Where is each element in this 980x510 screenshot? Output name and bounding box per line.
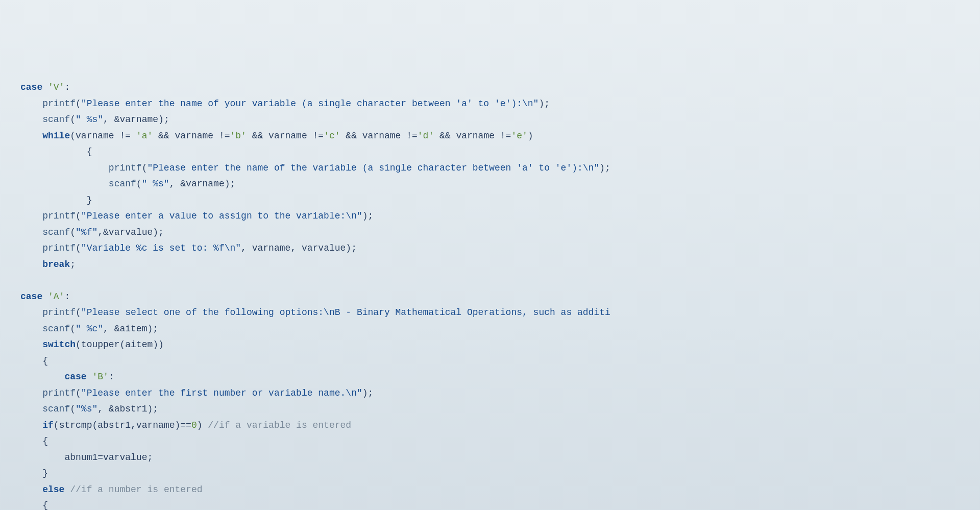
cond-part: && varname != [340, 131, 418, 141]
space [64, 484, 70, 495]
keyword-case: case [20, 82, 42, 92]
char-literal: 'B' [92, 372, 108, 382]
stmt-rest: , &varname); [169, 179, 236, 189]
paren: ( [70, 404, 76, 414]
keyword-case: case [20, 292, 42, 302]
char-literal: 'a' [136, 131, 153, 141]
brace-open: { [42, 436, 48, 446]
comment: //if a number is entered [70, 484, 202, 495]
fn-scanf: scanf [42, 324, 70, 334]
stmt-end: ); [362, 388, 374, 398]
brace-open: { [87, 147, 92, 157]
colon: : [64, 292, 70, 302]
fn-printf: printf [42, 307, 76, 318]
keyword-else: else [42, 484, 64, 495]
paren: ( [76, 307, 81, 318]
char-literal: 'A' [48, 292, 64, 302]
brace-open: { [42, 500, 48, 510]
string-literal: " %c" [76, 324, 103, 334]
fn-scanf: scanf [42, 404, 70, 414]
paren: ( [76, 388, 81, 398]
char-literal: 'b' [230, 131, 247, 141]
paren: ( [142, 163, 148, 173]
keyword-while: while [42, 131, 70, 141]
stmt-end: ); [362, 211, 374, 221]
paren: ( [76, 243, 81, 253]
colon: : [64, 82, 70, 92]
char-literal: 'e' [511, 131, 527, 141]
string-literal: "Variable %c is set to: %f\n" [81, 243, 241, 253]
paren: ( [76, 99, 81, 109]
paren: ( [76, 211, 81, 221]
string-literal: "Please select one of the following opti… [81, 307, 610, 318]
comment: //if a variable is entered [208, 420, 351, 430]
brace-open: { [42, 356, 48, 366]
keyword-case: case [64, 372, 86, 382]
cond-part: && varname != [247, 131, 324, 141]
stmt-rest: , &varname); [103, 114, 169, 125]
string-literal: "%s" [76, 404, 97, 414]
string-literal: "Please enter a value to assign to the v… [81, 211, 362, 221]
fn-printf: printf [42, 243, 76, 253]
char-literal: 'd' [418, 131, 434, 141]
switch-expr: (toupper(aitem)) [76, 339, 164, 350]
paren: ( [136, 179, 142, 189]
fn-printf: printf [42, 388, 76, 398]
statement: abnum1=varvalue; [64, 452, 153, 463]
keyword-break: break [42, 259, 70, 270]
stmt-end: ); [599, 163, 610, 173]
string-literal: "Please enter the name of the variable (… [147, 163, 599, 173]
keyword-if: if [42, 420, 54, 430]
cond-part: && varname != [434, 131, 511, 141]
paren: ( [70, 324, 76, 334]
fn-printf: printf [109, 163, 142, 173]
number-literal: 0 [191, 420, 197, 430]
cond-end: ) [528, 131, 533, 141]
fn-scanf: scanf [109, 179, 136, 189]
char-literal: 'V' [48, 82, 64, 92]
string-literal: " %s" [76, 114, 103, 125]
string-literal: "Please enter the name of your variable … [81, 99, 539, 109]
colon: : [109, 372, 114, 382]
cond-part: (varname != [70, 131, 136, 141]
stmt-rest: , varname, varvalue); [241, 243, 357, 253]
cond-part: (strcmp(abstr1,varname)== [54, 420, 191, 430]
char-literal: 'c' [324, 131, 340, 141]
code-editor[interactable]: case 'V': printf("Please enter the name … [20, 80, 960, 510]
paren: ( [70, 114, 76, 125]
string-literal: "%f" [76, 227, 97, 237]
stmt-rest: , &aitem); [103, 324, 158, 334]
brace-close: } [42, 468, 48, 478]
fn-printf: printf [42, 99, 76, 109]
paren: ( [70, 227, 76, 237]
cond-end: ) [197, 420, 208, 430]
string-literal: " %s" [142, 179, 169, 189]
stmt-end: ); [538, 99, 550, 109]
cond-part: && varname != [153, 131, 230, 141]
brace-close: } [87, 195, 92, 205]
stmt-rest: ,&varvalue); [97, 227, 164, 237]
stmt-end: ; [70, 259, 76, 270]
keyword-switch: switch [42, 339, 76, 350]
fn-scanf: scanf [42, 227, 70, 237]
stmt-rest: , &abstr1); [97, 404, 158, 414]
fn-scanf: scanf [42, 114, 70, 125]
string-literal: "Please enter the first number or variab… [81, 388, 362, 398]
fn-printf: printf [42, 211, 76, 221]
